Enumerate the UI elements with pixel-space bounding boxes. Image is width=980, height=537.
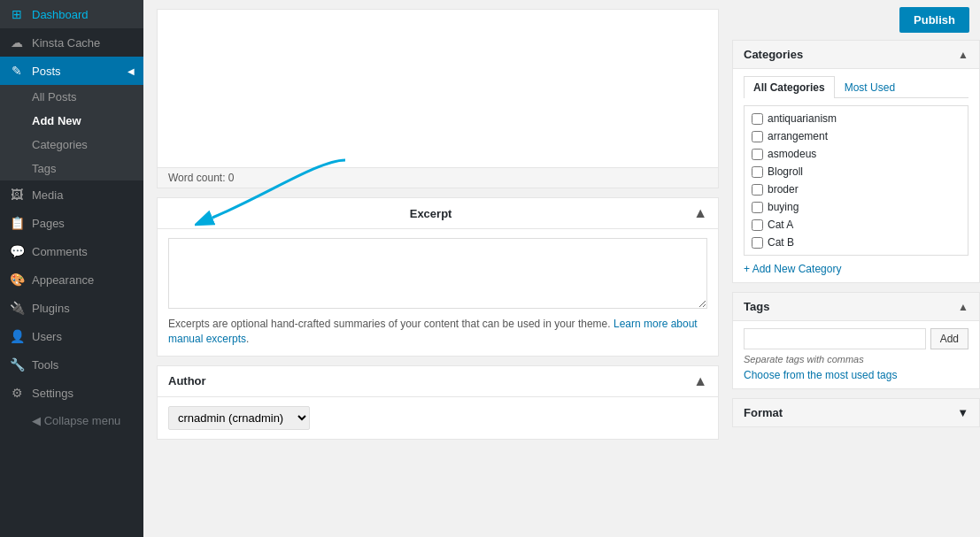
sidebar: ⊞ Dashboard ☁ Kinsta Cache ✎ Posts ◀ All… [0, 0, 143, 537]
category-label: Cat A [768, 219, 793, 231]
excerpt-textarea[interactable] [168, 238, 707, 309]
collapse-menu[interactable]: ◀ Collapse menu [0, 407, 143, 434]
excerpt-help: Excerpts are optional hand-crafted summa… [168, 317, 707, 347]
format-header: Format ▼ [732, 398, 980, 427]
category-checkbox-arrangement[interactable] [752, 131, 763, 142]
sidebar-item-settings[interactable]: ⚙ Settings [0, 379, 143, 407]
sidebar-item-label: Comments [32, 245, 88, 258]
sidebar-item-appearance[interactable]: 🎨 Appearance [0, 265, 143, 294]
categories-panel: Categories ▲ All Categories Most Used an… [732, 40, 980, 283]
categories-title: Categories [744, 48, 803, 61]
categories-list: antiquarianism arrangement asmodeus Blog… [744, 105, 968, 256]
publish-button[interactable]: Publish [899, 7, 969, 33]
tags-toggle-arrow[interactable]: ▲ [958, 301, 968, 313]
category-checkbox-blogroll[interactable] [752, 166, 763, 178]
list-item: arrangement [745, 127, 968, 145]
author-select[interactable]: crnadmin (crnadmin) [168, 406, 310, 430]
pages-icon: 📋 [9, 216, 25, 230]
media-icon: 🖼 [9, 188, 25, 202]
sidebar-item-label: Appearance [32, 273, 94, 287]
sidebar-item-pages[interactable]: 📋 Pages [0, 209, 143, 237]
sidebar-subitem-tags[interactable]: Tags [0, 157, 143, 180]
sidebar-item-label: Users [32, 330, 62, 343]
category-checkbox-antiquarianism[interactable] [752, 113, 763, 125]
sidebar-item-label: Plugins [32, 302, 70, 315]
sidebar-item-label: Dashboard [32, 8, 89, 21]
category-label: buying [768, 201, 799, 213]
sidebar-subitem-add-new[interactable]: Add New [0, 109, 143, 133]
excerpt-box: Excerpt ▲ Excerpts are optional hand-cra… [157, 197, 719, 357]
sidebar-item-dashboard[interactable]: ⊞ Dashboard [0, 0, 143, 28]
tags-input-row: Add [744, 328, 968, 349]
category-label: antiquarianism [768, 112, 837, 125]
category-checkbox-buying[interactable] [752, 202, 763, 213]
categories-tabs: All Categories Most Used [744, 76, 968, 98]
tags-header: Tags ▲ [733, 293, 979, 321]
format-title: Format [744, 406, 783, 419]
author-title: Author [168, 374, 206, 387]
posts-icon: ✎ [9, 64, 25, 78]
collapse-menu-label: Collapse menu [44, 414, 121, 427]
tab-all-categories[interactable]: All Categories [744, 76, 835, 98]
kinsta-icon: ☁ [9, 35, 25, 50]
author-body: crnadmin (crnadmin) [158, 397, 718, 439]
main-content: Word count: 0 Excerpt ▲ [143, 0, 732, 537]
category-label: arrangement [768, 130, 828, 142]
sidebar-item-tools[interactable]: 🔧 Tools [0, 350, 143, 379]
categories-toggle-arrow[interactable]: ▲ [958, 49, 968, 61]
sidebar-item-media[interactable]: 🖼 Media [0, 180, 143, 209]
sidebar-item-label: Kinsta Cache [32, 36, 100, 50]
format-panel: Format ▼ [732, 398, 980, 427]
format-toggle-arrow[interactable]: ▼ [957, 406, 968, 419]
tags-body: Add Separate tags with commas Choose fro… [733, 321, 979, 388]
posts-arrow-icon: ◀ [127, 66, 135, 76]
excerpt-help-text: Excerpts are optional hand-crafted summa… [168, 318, 611, 330]
collapse-arrow-icon: ◀ [32, 414, 44, 427]
sidebar-item-users[interactable]: 👤 Users [0, 322, 143, 350]
tags-input[interactable] [744, 328, 926, 349]
list-item: broder [745, 180, 968, 198]
category-label: Cat B [768, 236, 794, 249]
sidebar-subitem-all-posts[interactable]: All Posts [0, 85, 143, 109]
sidebar-item-kinsta-cache[interactable]: ☁ Kinsta Cache [0, 28, 143, 57]
sidebar-item-comments[interactable]: 💬 Comments [0, 237, 143, 265]
word-count-text: Word count: 0 [168, 172, 234, 184]
posts-submenu: All Posts Add New Categories Tags [0, 85, 143, 180]
category-checkbox-cat-a[interactable] [752, 219, 763, 231]
list-item: Cat A [745, 216, 968, 234]
tags-hint: Separate tags with commas [744, 354, 968, 364]
category-checkbox-broder[interactable] [752, 184, 763, 196]
appearance-icon: 🎨 [9, 272, 25, 287]
list-item: Cat B [745, 234, 968, 251]
category-label: Blogroll [768, 165, 803, 178]
tags-title: Tags [744, 300, 769, 313]
sidebar-item-plugins[interactable]: 🔌 Plugins [0, 294, 143, 322]
sidebar-item-label: Settings [32, 387, 73, 400]
sidebar-subitem-categories[interactable]: Categories [0, 133, 143, 157]
add-category-link[interactable]: + Add New Category [744, 263, 968, 275]
category-checkbox-cat-b[interactable] [752, 237, 763, 249]
word-count-bar: Word count: 0 [157, 168, 719, 188]
choose-tags-link[interactable]: Choose from the most used tags [744, 369, 968, 381]
list-item: antiquarianism [745, 110, 968, 127]
author-box: Author ▲ crnadmin (crnadmin) [157, 365, 719, 440]
plugins-icon: 🔌 [9, 301, 25, 315]
sidebar-item-label: Media [32, 188, 63, 202]
tags-add-button[interactable]: Add [930, 328, 968, 349]
sidebar-item-label: Posts [32, 65, 61, 78]
excerpt-toggle-button[interactable]: ▲ [693, 205, 707, 221]
tab-most-used[interactable]: Most Used [835, 76, 905, 98]
list-item: Blogroll [745, 163, 968, 180]
comments-icon: 💬 [9, 244, 25, 258]
tools-icon: 🔧 [9, 357, 25, 372]
author-toggle-button[interactable]: ▲ [693, 373, 707, 389]
categories-header: Categories ▲ [733, 41, 979, 69]
list-item: asmodeus [745, 145, 968, 163]
tags-panel: Tags ▲ Add Separate tags with commas Cho… [732, 292, 980, 389]
category-checkbox-asmodeus[interactable] [752, 149, 763, 160]
author-header: Author ▲ [158, 366, 718, 397]
sidebar-item-posts[interactable]: ✎ Posts ◀ [0, 57, 143, 85]
dashboard-icon: ⊞ [9, 7, 25, 21]
sidebar-item-label: Pages [32, 217, 65, 230]
editor-area[interactable] [157, 9, 719, 168]
